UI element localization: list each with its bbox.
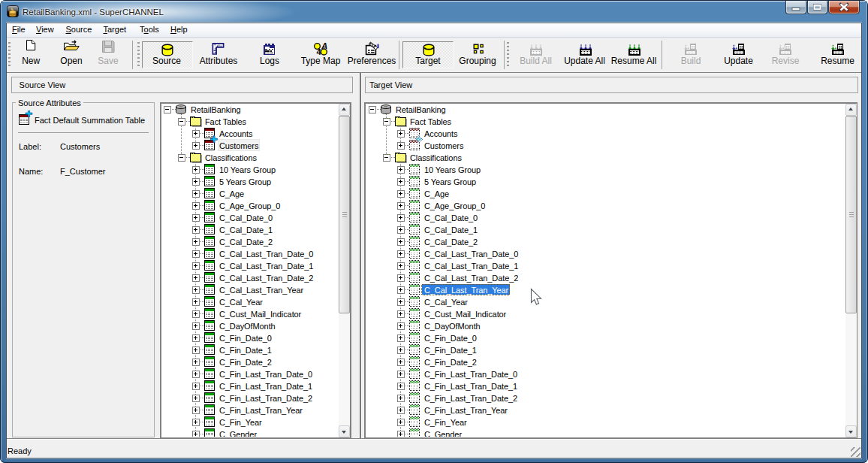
svg-text:C_Cal_Date_1: C_Cal_Date_1 xyxy=(219,225,273,234)
svg-text:C_Cust_Mail_Indicator: C_Cust_Mail_Indicator xyxy=(424,309,507,318)
svg-text:C_Cal_Last_Tran_Date_1: C_Cal_Last_Tran_Date_1 xyxy=(424,261,518,270)
svg-text:C_Cal_Date_0: C_Cal_Date_0 xyxy=(424,213,478,222)
svg-text:C_DayOfMonth: C_DayOfMonth xyxy=(424,321,481,330)
svg-text:5 Years Group: 5 Years Group xyxy=(219,177,271,186)
svg-text:Customers: Customers xyxy=(219,141,259,150)
svg-text:C_Fin_Date_1: C_Fin_Date_1 xyxy=(219,345,272,354)
svg-text:C_Fin_Last_Tran_Date_1: C_Fin_Last_Tran_Date_1 xyxy=(424,381,517,390)
svg-text:Accounts: Accounts xyxy=(424,129,458,138)
svg-text:C_Age_Group_0: C_Age_Group_0 xyxy=(424,201,485,210)
svg-text:RetailBanking: RetailBanking xyxy=(191,104,241,113)
svg-text:Accounts: Accounts xyxy=(219,129,253,138)
svg-text:C_Cal_Year: C_Cal_Year xyxy=(219,297,263,306)
svg-text:Fact Tables: Fact Tables xyxy=(410,117,452,126)
svg-text:Fact Tables: Fact Tables xyxy=(205,117,247,126)
svg-text:C_Gender: C_Gender xyxy=(424,429,462,437)
svg-text:C_Cal_Last_Tran_Date_0: C_Cal_Last_Tran_Date_0 xyxy=(219,249,313,258)
svg-text:C_Gender: C_Gender xyxy=(219,429,257,437)
svg-text:C_Fin_Year: C_Fin_Year xyxy=(219,417,262,426)
svg-text:C_Cal_Last_Tran_Date_0: C_Cal_Last_Tran_Date_0 xyxy=(424,249,518,258)
svg-text:C_Fin_Last_Tran_Date_1: C_Fin_Last_Tran_Date_1 xyxy=(219,381,312,390)
svg-text:C_Fin_Date_0: C_Fin_Date_0 xyxy=(424,333,477,342)
svg-text:C_Cal_Last_Tran_Year: C_Cal_Last_Tran_Year xyxy=(219,285,304,294)
svg-text:C_Cal_Date_1: C_Cal_Date_1 xyxy=(424,225,478,234)
svg-text:Customers: Customers xyxy=(424,141,464,150)
svg-text:10 Years Group: 10 Years Group xyxy=(424,165,481,174)
svg-text:C_Cal_Date_2: C_Cal_Date_2 xyxy=(424,237,478,246)
svg-text:Classifications: Classifications xyxy=(410,153,462,162)
svg-text:C_Cal_Last_Tran_Date_2: C_Cal_Last_Tran_Date_2 xyxy=(219,273,313,282)
svg-text:C_Fin_Last_Tran_Year: C_Fin_Last_Tran_Year xyxy=(219,405,303,414)
svg-text:C_Cal_Date_0: C_Cal_Date_0 xyxy=(219,213,273,222)
svg-text:C_Fin_Last_Tran_Date_2: C_Fin_Last_Tran_Date_2 xyxy=(424,393,517,402)
svg-text:RetailBanking: RetailBanking xyxy=(396,104,446,113)
svg-text:C_DayOfMonth: C_DayOfMonth xyxy=(219,321,276,330)
svg-text:C_Cal_Last_Tran_Year: C_Cal_Last_Tran_Year xyxy=(424,285,509,294)
svg-text:C_Fin_Last_Tran_Date_0: C_Fin_Last_Tran_Date_0 xyxy=(424,369,517,378)
svg-text:5 Years Group: 5 Years Group xyxy=(424,177,476,186)
svg-text:C_Cal_Year: C_Cal_Year xyxy=(424,297,468,306)
svg-text:C_Cal_Last_Tran_Date_1: C_Cal_Last_Tran_Date_1 xyxy=(219,261,313,270)
svg-text:C_Age: C_Age xyxy=(424,189,449,198)
svg-text:C_Fin_Date_2: C_Fin_Date_2 xyxy=(219,357,272,366)
svg-text:C_Fin_Year: C_Fin_Year xyxy=(424,417,467,426)
svg-text:C_Age_Group_0: C_Age_Group_0 xyxy=(219,201,280,210)
svg-text:C_Fin_Last_Tran_Year: C_Fin_Last_Tran_Year xyxy=(424,405,508,414)
svg-text:C_Cust_Mail_Indicator: C_Cust_Mail_Indicator xyxy=(219,309,302,318)
svg-text:C_Fin_Date_0: C_Fin_Date_0 xyxy=(219,333,272,342)
svg-text:Classifications: Classifications xyxy=(205,153,257,162)
svg-text:C_Fin_Last_Tran_Date_0: C_Fin_Last_Tran_Date_0 xyxy=(219,369,312,378)
svg-text:C_Fin_Date_1: C_Fin_Date_1 xyxy=(424,345,477,354)
svg-text:C_Age: C_Age xyxy=(219,189,244,198)
svg-text:C_Cal_Last_Tran_Date_2: C_Cal_Last_Tran_Date_2 xyxy=(424,273,518,282)
svg-text:C_Fin_Date_2: C_Fin_Date_2 xyxy=(424,357,477,366)
svg-text:C_Cal_Date_2: C_Cal_Date_2 xyxy=(219,237,273,246)
svg-text:10 Years Group: 10 Years Group xyxy=(219,165,276,174)
svg-text:C_Fin_Last_Tran_Date_2: C_Fin_Last_Tran_Date_2 xyxy=(219,393,312,402)
